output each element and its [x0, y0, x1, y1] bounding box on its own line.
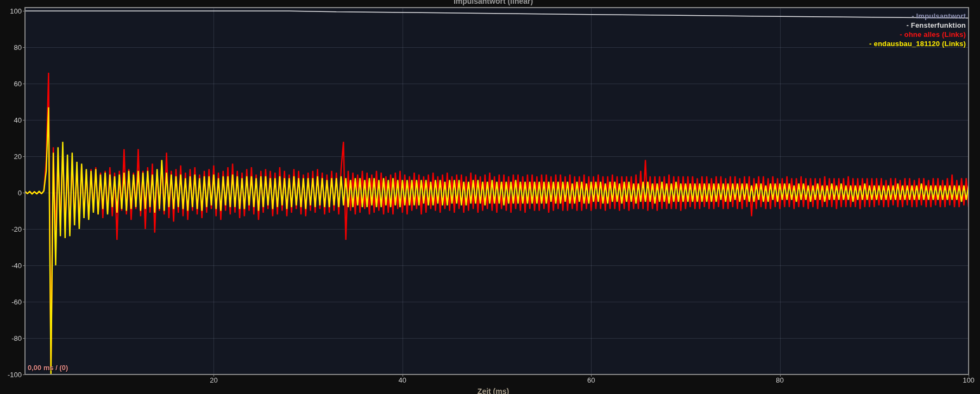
x-tick-label: 80	[776, 376, 783, 384]
impulse-response-chart: Impulsantwort (linear) - Impulsantwort- …	[0, 0, 980, 394]
x-tick-label: 20	[210, 376, 217, 384]
y-tick-label: -60	[1, 297, 22, 306]
legend-item-endausbau[interactable]: - endausbau_181120 (Links)	[869, 39, 966, 48]
y-tick-label: 20	[1, 152, 22, 161]
legend-item-fensterfunktion[interactable]: - Fensterfunktion	[869, 21, 966, 30]
y-tick-label: 0	[1, 189, 22, 197]
x-axis-label: Zeit (ms)	[478, 387, 509, 394]
y-tick-label: -40	[1, 261, 22, 269]
y-tick-label: -80	[1, 334, 22, 342]
y-tick-label: -100	[1, 370, 22, 378]
x-tick-label: 40	[399, 376, 406, 384]
y-tick-label: -20	[1, 225, 22, 233]
cursor-position-readout: 0,00 ms / (0)	[28, 364, 68, 372]
plot-canvas[interactable]	[0, 0, 980, 394]
x-tick-label: 100	[963, 376, 975, 384]
legend-item-impulsantwort[interactable]: - Impulsantwort	[869, 11, 966, 21]
y-tick-label: 100	[1, 7, 22, 15]
y-tick-label: 40	[1, 116, 22, 124]
x-tick-label: 60	[587, 376, 595, 384]
chart-title: Impulsantwort (linear)	[454, 0, 533, 5]
legend-item-ohne-alles[interactable]: - ohne alles (Links)	[869, 30, 966, 39]
y-tick-label: 80	[1, 43, 22, 52]
y-tick-label: 60	[1, 80, 22, 88]
legend: - Impulsantwort- Fensterfunktion- ohne a…	[869, 11, 966, 48]
